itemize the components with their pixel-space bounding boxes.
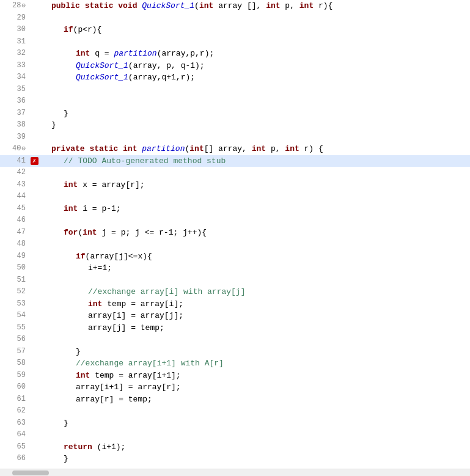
code-text[interactable]: // TODO Auto-generated method stub xyxy=(39,155,470,167)
marker-column xyxy=(29,48,39,60)
token-comment: //exchange array[i] with array[j] xyxy=(88,286,245,298)
line-number: 30 xyxy=(0,24,29,36)
table-row: 28⊖public static void QuickSort_1(int ar… xyxy=(0,0,470,12)
line-number: 37 xyxy=(0,108,29,120)
marker-column xyxy=(29,286,39,298)
token-plain xyxy=(80,0,85,12)
table-row: 46 xyxy=(0,214,470,227)
code-text[interactable] xyxy=(39,274,470,287)
table-row: 45int i = p-1; xyxy=(0,203,470,215)
token-plain: } xyxy=(76,346,81,358)
table-row: 47for(int j = p; j <= r-1; j++){ xyxy=(0,227,470,239)
token-kw: private xyxy=(51,143,85,155)
token-method: partition xyxy=(114,48,156,60)
token-kw: if xyxy=(64,24,73,36)
table-row: 49if(array[j]<=x){ xyxy=(0,251,470,263)
line-number: 60 xyxy=(0,381,29,394)
token-plain xyxy=(118,143,123,155)
code-text[interactable] xyxy=(39,36,470,48)
line-number: 41 xyxy=(0,155,29,167)
code-text[interactable]: //exchange array[i+1] with A[r] xyxy=(39,357,470,370)
code-text[interactable]: int q = partition(array,p,r); xyxy=(39,48,470,60)
token-plain: } xyxy=(64,453,68,465)
code-text[interactable]: return (i+1); xyxy=(39,441,470,453)
token-plain: r){ xyxy=(314,0,332,12)
code-text[interactable]: if(array[j]<=x){ xyxy=(39,251,470,263)
marker-column xyxy=(29,298,39,310)
code-text[interactable]: } xyxy=(39,119,470,131)
marker-column xyxy=(29,131,39,144)
marker-column xyxy=(29,441,39,453)
table-row: 42 xyxy=(0,167,470,179)
token-plain xyxy=(137,0,142,12)
lines-container: 28⊖public static void QuickSort_1(int ar… xyxy=(0,0,470,469)
token-plain xyxy=(85,143,90,155)
marker-column xyxy=(29,36,39,48)
token-kw: static xyxy=(85,0,114,12)
marker-column xyxy=(29,119,39,131)
token-kw: int xyxy=(64,203,78,215)
code-text[interactable] xyxy=(39,12,470,24)
token-plain: (array, p, q-1); xyxy=(128,60,205,72)
line-number: 58 xyxy=(0,357,29,370)
token-plain: (p<r){ xyxy=(73,24,102,36)
code-text[interactable] xyxy=(39,95,470,108)
table-row: 66} xyxy=(0,453,470,465)
code-text[interactable]: array[i+1] = array[r]; xyxy=(39,381,470,394)
token-kw: int xyxy=(252,143,266,155)
table-row: 33QuickSort_1(array, p, q-1); xyxy=(0,60,470,72)
code-text[interactable] xyxy=(39,84,470,96)
marker-column xyxy=(29,71,39,84)
code-text[interactable] xyxy=(39,131,470,144)
token-kw: public xyxy=(51,0,80,12)
code-text[interactable]: } xyxy=(39,453,470,465)
token-comment: // TODO Auto-generated method stub xyxy=(64,155,226,167)
table-row: 63} xyxy=(0,417,470,430)
code-text[interactable]: array[r] = temp; xyxy=(39,394,470,406)
table-row: 65return (i+1); xyxy=(0,441,470,453)
token-plain: ( xyxy=(185,143,189,155)
code-text[interactable]: QuickSort_1(array, p, q-1); xyxy=(39,60,470,72)
line-number: 36 xyxy=(0,95,29,108)
table-row: 57} xyxy=(0,346,470,358)
line-number: 47 xyxy=(0,227,29,239)
line-number: 50 xyxy=(0,262,29,274)
line-number: 45 xyxy=(0,203,29,215)
code-text[interactable]: for(int j = p; j <= r-1; j++){ xyxy=(39,227,470,239)
code-text[interactable] xyxy=(39,191,470,203)
code-text[interactable] xyxy=(39,334,470,346)
code-text[interactable]: } xyxy=(39,108,470,120)
table-row: 58//exchange array[i+1] with A[r] xyxy=(0,357,470,370)
code-text[interactable]: int temp = array[i+1]; xyxy=(39,370,470,382)
code-text[interactable]: int temp = array[i]; xyxy=(39,298,470,310)
token-kw: int xyxy=(285,143,299,155)
code-text[interactable]: private static int partition(int[] array… xyxy=(39,143,470,155)
token-plain: temp = array[i+1]; xyxy=(90,370,180,382)
code-text[interactable]: i+=1; xyxy=(39,262,470,274)
code-text[interactable]: } xyxy=(39,417,470,430)
marker-column xyxy=(29,191,39,203)
code-text[interactable]: array[j] = temp; xyxy=(39,322,470,334)
marker-column xyxy=(29,417,39,430)
code-text[interactable] xyxy=(39,429,470,441)
marker-column xyxy=(29,84,39,96)
code-text[interactable]: int i = p-1; xyxy=(39,203,470,215)
code-text[interactable]: int x = array[r]; xyxy=(39,179,470,191)
code-text[interactable] xyxy=(39,405,470,417)
table-row: 29 xyxy=(0,12,470,24)
horizontal-scrollbar[interactable] xyxy=(0,469,470,476)
code-text[interactable] xyxy=(39,238,470,251)
code-text[interactable] xyxy=(39,167,470,179)
code-text[interactable] xyxy=(39,214,470,227)
token-plain: } xyxy=(51,119,56,131)
token-plain: (i+1); xyxy=(92,441,126,453)
scrollbar-thumb[interactable] xyxy=(12,471,49,475)
token-plain: r) { xyxy=(299,143,323,155)
code-text[interactable]: public static void QuickSort_1(int array… xyxy=(39,0,470,12)
code-text[interactable]: } xyxy=(39,346,470,358)
code-text[interactable]: //exchange array[i] with array[j] xyxy=(39,286,470,298)
code-text[interactable]: if(p<r){ xyxy=(39,24,470,36)
code-text[interactable]: QuickSort_1(array,q+1,r); xyxy=(39,71,470,84)
code-text[interactable]: array[i] = array[j]; xyxy=(39,310,470,322)
marker-column xyxy=(29,274,39,287)
